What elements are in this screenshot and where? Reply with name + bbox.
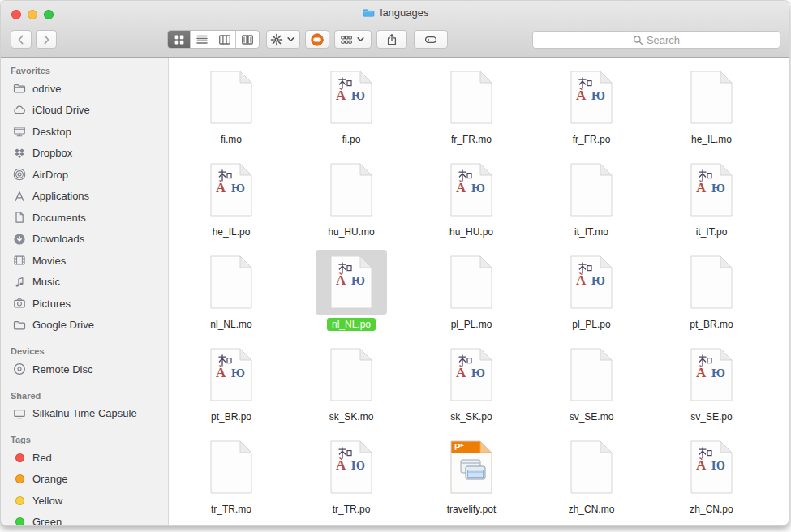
latin-a-grave-glyph: À <box>216 181 226 195</box>
file-item[interactable]: ÀЮsv_SE.po <box>651 341 772 434</box>
window-title-area: languages <box>1 6 789 19</box>
file-item[interactable]: fr_FR.mo <box>411 64 531 157</box>
sidebar-item-label: Green <box>32 516 62 525</box>
file-item[interactable]: ÀЮzh_CN.po <box>651 434 772 525</box>
file-item[interactable]: ÀЮsk_SK.po <box>411 341 531 434</box>
list-view-icon <box>196 33 208 46</box>
latin-a-grave-glyph: À <box>576 88 586 102</box>
applications-icon <box>13 190 26 203</box>
cyrillic-yu-glyph: Ю <box>711 460 725 472</box>
sidebar-item-movies[interactable]: Movies <box>1 250 168 272</box>
chevron-right-icon <box>40 33 53 46</box>
latin-a-grave-glyph: À <box>456 366 466 380</box>
file-item[interactable]: ÀЮpt_BR.po <box>171 341 291 434</box>
list-view-button[interactable] <box>191 31 213 48</box>
sidebar-item-green[interactable]: Green <box>1 512 168 526</box>
po-document-icon: ÀЮ <box>316 65 387 130</box>
file-name: zh_CN.mo <box>564 503 620 516</box>
sidebar-item-icloud-drive[interactable]: iCloud Drive <box>1 100 168 122</box>
sidebar-item-dropbox[interactable]: Dropbox <box>1 143 168 165</box>
forward-button[interactable] <box>36 30 57 49</box>
po-document-icon: ÀЮ <box>556 65 627 130</box>
coverflow-view-icon <box>241 33 254 46</box>
sidebar-section-title: Devices <box>1 345 168 358</box>
sidebar-section-tags: TagsRedOrangeYellowGreen <box>1 433 168 525</box>
file-item[interactable]: ÀЮtr_TR.po <box>291 434 411 525</box>
cyrillic-yu-glyph: Ю <box>471 367 485 380</box>
file-item[interactable]: ÀЮhu_HU.po <box>411 157 531 249</box>
tag-button[interactable] <box>414 30 448 49</box>
blank-document-icon <box>316 157 387 222</box>
file-item[interactable]: ÀЮfi.po <box>291 64 411 157</box>
icon-view-button[interactable] <box>168 31 191 48</box>
column-view-button[interactable] <box>213 31 236 48</box>
sidebar-item-yellow[interactable]: Yellow <box>1 490 168 512</box>
folder-icon <box>13 319 26 332</box>
zoom-button[interactable] <box>44 10 54 19</box>
file-item[interactable]: hu_HU.mo <box>291 157 411 249</box>
odrive-button[interactable] <box>305 30 329 49</box>
file-name: hu_HU.mo <box>323 225 379 238</box>
file-item[interactable]: ÀЮhe_IL.po <box>171 157 291 249</box>
sidebar-item-silkalnu-time-capsule[interactable]: Silkalnu Time Capsule <box>1 403 168 425</box>
sidebar-item-downloads[interactable]: Downloads <box>1 229 168 251</box>
sidebar-item-label: Applications <box>32 190 89 202</box>
sidebar-item-desktop[interactable]: Desktop <box>1 121 168 143</box>
sidebar-item-label: Remote Disc <box>32 363 92 375</box>
gear-icon <box>270 33 283 46</box>
cyrillic-yu-glyph: Ю <box>471 182 485 195</box>
cyrillic-yu-glyph: Ю <box>351 460 365 472</box>
sidebar-item-red[interactable]: Red <box>1 447 168 469</box>
cyrillic-yu-glyph: Ю <box>591 275 605 287</box>
file-item[interactable]: tr_TR.mo <box>171 434 291 525</box>
arrange-menu-button[interactable] <box>334 30 372 49</box>
latin-a-grave-glyph: À <box>696 458 706 472</box>
file-item[interactable]: zh_CN.mo <box>531 434 651 525</box>
sidebar-item-remote-disc[interactable]: Remote Disc <box>1 358 168 380</box>
sidebar-item-music[interactable]: Music <box>1 272 168 294</box>
back-button[interactable] <box>11 30 32 49</box>
share-button[interactable] <box>376 30 407 49</box>
sidebar-section-title: Favorites <box>1 64 168 78</box>
desktop-icon <box>13 125 26 138</box>
file-name: fr_FR.mo <box>446 133 497 146</box>
file-item[interactable]: sk_SK.mo <box>291 341 411 434</box>
display-icon <box>13 407 26 420</box>
file-item[interactable]: pl_PL.mo <box>411 249 531 341</box>
file-item[interactable]: sv_SE.mo <box>531 341 651 434</box>
file-item[interactable]: nl_NL.mo <box>171 249 291 341</box>
coverflow-view-button[interactable] <box>236 31 259 48</box>
sidebar-item-label: iCloud Drive <box>32 104 90 116</box>
po-document-icon: ÀЮ <box>196 157 267 222</box>
file-item[interactable]: it_IT.mo <box>531 157 651 249</box>
window-header: languages <box>1 1 789 58</box>
file-item[interactable]: ÀЮfr_FR.po <box>531 64 651 157</box>
file-item[interactable]: ÀЮit_IT.po <box>651 157 772 249</box>
sidebar-item-odrive[interactable]: odrive <box>1 78 168 100</box>
sidebar-item-airdrop[interactable]: AirDrop <box>1 164 168 186</box>
sidebar-item-google-drive[interactable]: Google Drive <box>1 315 168 337</box>
sidebar-section-devices: DevicesRemote Disc <box>1 345 168 380</box>
file-item[interactable]: pt_BR.mo <box>651 249 772 341</box>
sidebar-item-documents[interactable]: Documents <box>1 207 168 229</box>
sidebar-item-pictures[interactable]: Pictures <box>1 293 168 315</box>
file-name: pl_PL.mo <box>446 318 497 331</box>
file-item[interactable]: ÀЮpl_PL.po <box>531 249 651 341</box>
file-item[interactable]: ÀЮnl_NL.po <box>291 249 411 341</box>
file-item[interactable]: fi.mo <box>171 64 291 157</box>
file-name: sv_SE.mo <box>565 410 619 423</box>
file-item[interactable]: Ptravelify.pot <box>411 434 531 525</box>
sidebar-item-applications[interactable]: Applications <box>1 186 168 208</box>
sidebar-item-orange[interactable]: Orange <box>1 469 168 491</box>
nav-buttons <box>11 30 57 49</box>
sidebar-item-label: Documents <box>32 212 86 224</box>
search-placeholder: Search <box>647 34 680 46</box>
search-input[interactable]: Search <box>532 31 780 49</box>
file-item[interactable]: he_IL.mo <box>651 64 772 157</box>
minimize-button[interactable] <box>28 10 37 19</box>
blank-document-icon <box>196 435 267 500</box>
sidebar-item-label: Red <box>32 452 52 464</box>
latin-a-grave-glyph: À <box>456 181 466 195</box>
action-menu-button[interactable] <box>266 30 300 49</box>
close-button[interactable] <box>11 10 21 19</box>
